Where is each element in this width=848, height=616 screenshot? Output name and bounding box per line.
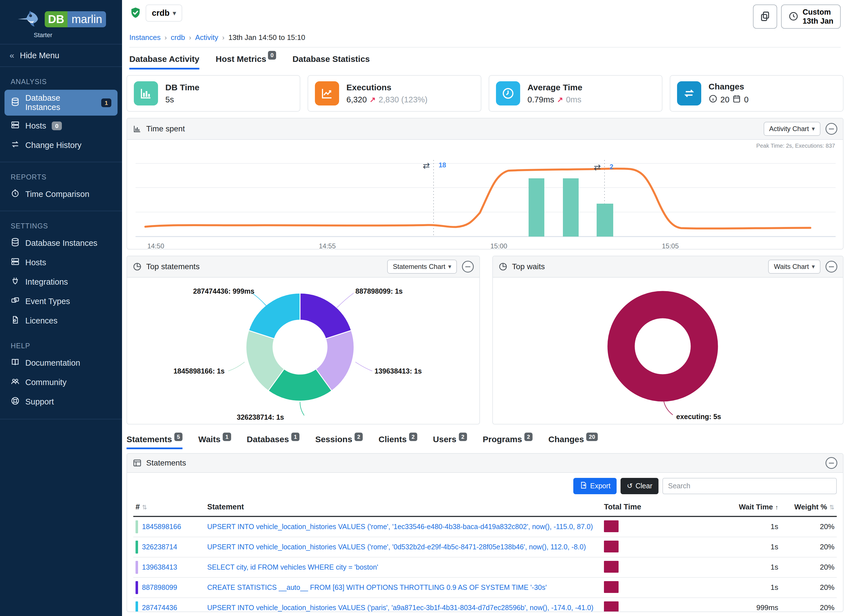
- tab-label: Databases: [247, 435, 289, 444]
- statements-donut-svg[interactable]: [127, 278, 480, 425]
- statement-id-link[interactable]: 287474436: [142, 604, 177, 612]
- sidebar-item-integrations[interactable]: Integrations: [4, 273, 117, 291]
- tab-waits[interactable]: Waits 1: [198, 435, 231, 449]
- table-row[interactable]: 887898099 CREATE STATISTICS __auto__ FRO…: [133, 578, 837, 598]
- tab-database-statistics[interactable]: Database Statistics: [292, 54, 370, 70]
- executions-bar[interactable]: [597, 203, 613, 236]
- statements-chart-selector[interactable]: Statements Chart ▾: [387, 260, 457, 274]
- top-waits-header: Top waits Waits Chart ▾: [493, 256, 843, 278]
- column-header-weight[interactable]: Weight %⇅: [778, 503, 835, 511]
- statement-id-link[interactable]: 887898099: [142, 583, 177, 592]
- hide-menu-label: Hide Menu: [20, 51, 59, 60]
- collapse-panel-icon[interactable]: [826, 261, 837, 273]
- table-row[interactable]: 139638413 SELECT city, id FROM vehicles …: [133, 558, 837, 578]
- collapse-panel-icon[interactable]: [462, 261, 474, 273]
- panel-title: Top waits: [512, 262, 545, 271]
- sidebar-item-settings-hosts[interactable]: Hosts: [4, 254, 117, 272]
- tab-programs[interactable]: Programs 2: [483, 435, 533, 449]
- statement-text-link[interactable]: UPSERT INTO vehicle_location_histories V…: [207, 543, 604, 551]
- sidebar-item-community[interactable]: Community: [4, 373, 117, 392]
- sidebar-item-database-instances[interactable]: Database Instances 1: [4, 90, 117, 116]
- statement-text-link[interactable]: UPSERT INTO vehicle_location_histories V…: [207, 604, 604, 612]
- collapse-panel-icon[interactable]: [826, 123, 837, 135]
- trend-up-icon: ↗: [557, 95, 563, 104]
- table-row[interactable]: 326238714 UPSERT INTO vehicle_location_h…: [133, 537, 837, 558]
- table-row[interactable]: 287474436 UPSERT INTO vehicle_location_h…: [133, 598, 837, 612]
- donut-slice-287474436[interactable]: [249, 293, 300, 338]
- tab-badge: 1: [223, 433, 231, 441]
- tab-label: Clients: [378, 435, 406, 444]
- activity-chart-svg[interactable]: ⇄ 18 ⇄ 2 14:50 14:55 15:00 15:05: [130, 144, 841, 249]
- sidebar-item-label: Event Types: [25, 297, 70, 306]
- sidebar-item-support[interactable]: Support: [4, 393, 117, 411]
- waits-chart-selector[interactable]: Waits Chart ▾: [768, 260, 820, 274]
- breadcrumb: Instances › crdb › Activity › 13th Jan 1…: [129, 29, 841, 47]
- executions-bar[interactable]: [563, 178, 579, 236]
- column-header-wait-time[interactable]: Wait Time↑: [697, 503, 778, 511]
- statement-text-link[interactable]: SELECT city, id FROM vehicles WHERE city…: [207, 563, 604, 571]
- breadcrumb-crdb[interactable]: crdb: [170, 33, 185, 42]
- donut-label-887898099: 887898099: 1s: [356, 287, 403, 295]
- column-header-total-time[interactable]: Total Time: [604, 503, 697, 511]
- search-input[interactable]: [663, 478, 837, 494]
- documentation-icon: [11, 358, 20, 368]
- statement-id-link[interactable]: 139638413: [142, 563, 177, 571]
- brand-db: DB: [45, 11, 68, 27]
- tab-badge: 2: [354, 433, 363, 441]
- kpi-info-count: 20: [721, 95, 729, 104]
- top-waits-chart: executing: 5s: [493, 278, 843, 425]
- tab-clients[interactable]: Clients 2: [378, 435, 417, 449]
- statement-id-link[interactable]: 1845898166: [142, 522, 181, 531]
- sidebar-item-hosts[interactable]: Hosts 0: [4, 117, 117, 135]
- sidebar-item-event-types[interactable]: Event Types: [4, 292, 117, 310]
- tab-changes[interactable]: Changes 20: [548, 435, 597, 449]
- statement-text-link[interactable]: UPSERT INTO vehicle_location_histories V…: [207, 522, 604, 531]
- copy-link-button[interactable]: [753, 4, 777, 29]
- tab-statements[interactable]: Statements 5: [126, 435, 182, 449]
- statement-text-link[interactable]: CREATE STATISTICS __auto__ FROM [63] WIT…: [207, 583, 604, 592]
- tab-users[interactable]: Users 2: [433, 435, 467, 449]
- sidebar-item-documentation[interactable]: Documentation: [4, 354, 117, 372]
- calendar-icon: [732, 94, 741, 105]
- trend-up-icon: ↗: [370, 95, 376, 104]
- sidebar-item-change-history[interactable]: Change History: [4, 136, 117, 154]
- breadcrumb-instances[interactable]: Instances: [129, 33, 160, 42]
- executions-bar[interactable]: [529, 178, 544, 236]
- time-range-button[interactable]: Custom 13th Jan: [781, 4, 841, 29]
- breadcrumb-activity[interactable]: Activity: [195, 33, 218, 42]
- export-button[interactable]: Export: [573, 478, 617, 494]
- clear-button[interactable]: ↺ Clear: [621, 478, 658, 494]
- instance-name: crdb: [152, 9, 169, 18]
- collapse-panel-icon[interactable]: [826, 457, 837, 469]
- change-annotation-count[interactable]: 18: [439, 161, 446, 169]
- donut-label-326238714: 326238714: 1s: [237, 413, 284, 422]
- hide-menu-button[interactable]: « Hide Menu: [0, 44, 122, 67]
- database-icon: [11, 237, 20, 249]
- column-header-statement[interactable]: Statement: [207, 503, 604, 511]
- plan-tier-label: Starter: [0, 31, 122, 39]
- tab-badge: 1: [291, 433, 299, 441]
- donut-slice-887898099[interactable]: [300, 293, 351, 338]
- tab-host-metrics[interactable]: Host Metrics 0: [216, 54, 276, 70]
- section-header: SETTINGS: [0, 218, 122, 233]
- table-row[interactable]: 1845898166 UPSERT INTO vehicle_location_…: [133, 517, 837, 537]
- tab-sessions[interactable]: Sessions 2: [315, 435, 363, 449]
- donut-slice-executing[interactable]: [621, 304, 704, 388]
- weight-value: 20%: [778, 563, 835, 571]
- kpi-value: 5s: [165, 95, 174, 104]
- activity-chart-selector[interactable]: Activity Chart ▾: [763, 122, 820, 136]
- total-time-bar: [604, 540, 618, 552]
- sidebar-item-settings-database-instances[interactable]: Database Instances: [4, 234, 117, 252]
- instance-selector-button[interactable]: crdb ▾: [146, 4, 182, 22]
- sidebar-item-licences[interactable]: Licences: [4, 312, 117, 330]
- sidebar-item-time-comparison[interactable]: Time Comparison: [4, 185, 117, 203]
- tab-databases[interactable]: Databases 1: [247, 435, 300, 449]
- info-circle-icon: [709, 94, 718, 105]
- statement-id-link[interactable]: 326238714: [142, 543, 177, 551]
- sidebar-item-label: Time Comparison: [25, 190, 89, 199]
- tab-database-activity[interactable]: Database Activity: [129, 54, 199, 70]
- column-header-id[interactable]: #⇅: [135, 503, 207, 511]
- change-annotation-count[interactable]: 2: [609, 163, 613, 171]
- statements-toolbar: Export ↺ Clear: [127, 473, 843, 498]
- waits-donut-svg[interactable]: [493, 278, 843, 425]
